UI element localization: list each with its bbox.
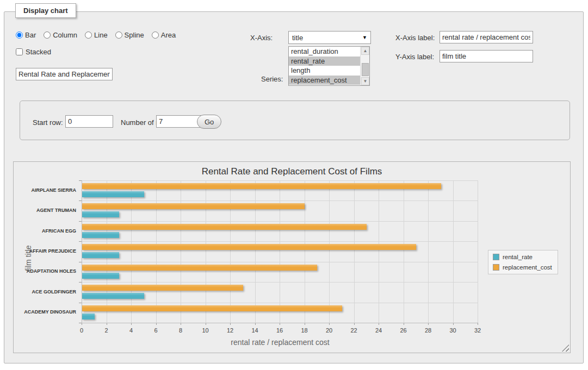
bar-rental_rate bbox=[82, 273, 119, 279]
chart-x-axis-title: rental rate / replacement cost bbox=[155, 338, 405, 347]
stacked-checkbox[interactable] bbox=[16, 48, 23, 55]
bar-rental_rate bbox=[82, 252, 119, 258]
gridline bbox=[230, 180, 231, 323]
x-tick-label: 14 bbox=[246, 327, 264, 334]
legend-item-rental_rate[interactable]: rental_rate bbox=[493, 254, 552, 260]
x-axis-select-label: X-Axis: bbox=[250, 34, 273, 42]
gridline bbox=[280, 180, 280, 323]
series-option-rental_duration[interactable]: rental_duration bbox=[289, 47, 361, 57]
y-axis-label-input[interactable] bbox=[440, 50, 533, 62]
chart-type-radio-area[interactable] bbox=[152, 32, 159, 39]
gridline bbox=[82, 241, 478, 242]
x-tick-label: 32 bbox=[468, 327, 487, 334]
x-tick-label: 20 bbox=[320, 327, 338, 334]
x-tick-label: 16 bbox=[270, 327, 289, 334]
chart-type-radio-bar[interactable] bbox=[16, 32, 23, 39]
x-tick-label: 18 bbox=[295, 327, 314, 334]
x-tick-label: 28 bbox=[419, 327, 437, 334]
legend-item-replacement_cost[interactable]: replacement_cost bbox=[493, 264, 552, 271]
x-tick-label: 4 bbox=[122, 327, 140, 334]
gridline bbox=[131, 180, 132, 323]
gridline bbox=[107, 180, 107, 323]
series-option-length[interactable]: length bbox=[289, 66, 361, 76]
gridline bbox=[82, 303, 478, 303]
x-tick-label: 8 bbox=[171, 327, 190, 334]
x-tick-label: 12 bbox=[221, 327, 239, 334]
chart-container: Rental Rate and Replacement Cost of Film… bbox=[13, 161, 571, 353]
scroll-up-icon[interactable]: ▲ bbox=[361, 47, 369, 55]
chart-type-label-spline: Spline bbox=[125, 31, 144, 39]
x-axis-line bbox=[82, 323, 478, 323]
gridline bbox=[82, 262, 478, 262]
x-tick-label: 10 bbox=[196, 327, 215, 334]
series-option-replacement_cost[interactable]: replacement_cost bbox=[289, 76, 361, 85]
series-option-rental_rate[interactable]: rental_rate bbox=[289, 57, 361, 66]
chart-type-label-area: Area bbox=[161, 31, 176, 39]
bar-replacement_cost bbox=[82, 224, 367, 230]
go-button[interactable]: Go bbox=[197, 115, 221, 129]
gridline bbox=[181, 180, 181, 323]
start-row-label: Start row: bbox=[33, 118, 63, 127]
chart-type-radio-group: BarColumnLineSplineArea bbox=[16, 31, 181, 39]
bar-rental_rate bbox=[82, 191, 144, 197]
legend-label-rental_rate: rental_rate bbox=[503, 254, 533, 260]
bar-replacement_cost bbox=[82, 203, 305, 209]
gridline bbox=[404, 180, 404, 323]
gridline bbox=[478, 180, 478, 323]
x-axis-label-input[interactable] bbox=[440, 31, 533, 43]
bar-replacement_cost bbox=[82, 244, 416, 250]
bar-replacement_cost bbox=[82, 183, 441, 189]
stacked-row: Stacked bbox=[16, 48, 51, 56]
category-label: AFFAIR PREJUDICE bbox=[14, 248, 76, 254]
chart-legend: rental_ratereplacement_cost bbox=[488, 250, 558, 274]
resize-grip-icon[interactable] bbox=[562, 344, 569, 352]
chart-type-label-column: Column bbox=[53, 31, 77, 39]
bar-replacement_cost bbox=[82, 285, 243, 291]
chart-type-radio-line[interactable] bbox=[85, 32, 92, 39]
start-row-input[interactable] bbox=[65, 115, 113, 128]
x-tick-label: 22 bbox=[345, 327, 363, 334]
bar-rental_rate bbox=[82, 313, 95, 319]
legend-label-replacement_cost: replacement_cost bbox=[503, 264, 552, 271]
chart-title-input[interactable] bbox=[16, 68, 113, 80]
x-tick-label: 6 bbox=[147, 327, 165, 334]
category-label: AIRPLANE SIERRA bbox=[14, 187, 76, 193]
x-tick-mark bbox=[478, 323, 478, 325]
y-axis-line bbox=[82, 180, 82, 323]
category-label: ACADEMY DINOSAUR bbox=[14, 309, 76, 315]
y-axis-label-caption: Y-Axis label: bbox=[395, 53, 434, 61]
bar-rental_rate bbox=[82, 293, 144, 299]
gridline bbox=[453, 180, 454, 323]
chart-type-label-line: Line bbox=[94, 31, 108, 39]
gridline bbox=[329, 180, 330, 323]
chart-type-label-bar: Bar bbox=[25, 31, 36, 39]
legend-swatch-rental_rate bbox=[493, 254, 499, 260]
x-axis-label-caption: X-Axis label: bbox=[395, 34, 435, 42]
x-tick-label: 2 bbox=[97, 327, 116, 334]
legend-swatch-replacement_cost bbox=[493, 264, 499, 271]
gridline bbox=[255, 180, 256, 323]
gridline bbox=[379, 180, 379, 323]
bar-rental_rate bbox=[82, 232, 119, 238]
x-tick-label: 26 bbox=[394, 327, 413, 334]
x-tick-label: 0 bbox=[72, 327, 91, 334]
scroll-down-icon[interactable]: ▼ bbox=[361, 77, 369, 85]
series-listbox[interactable]: rental_durationrental_ratelengthreplacem… bbox=[288, 46, 370, 86]
x-axis-selected-value: title bbox=[292, 34, 362, 42]
listbox-scrollbar[interactable]: ▲ ▼ bbox=[360, 47, 369, 85]
bar-rental_rate bbox=[82, 211, 119, 217]
gridline bbox=[206, 180, 206, 323]
x-tick-label: 30 bbox=[444, 327, 462, 334]
x-axis-select[interactable]: title ▼ bbox=[288, 31, 371, 44]
scrollbar-thumb[interactable] bbox=[362, 63, 369, 76]
chart-type-radio-column[interactable] bbox=[44, 32, 51, 39]
x-tick-label: 24 bbox=[369, 327, 388, 334]
gridline bbox=[156, 180, 157, 323]
gridline bbox=[82, 200, 478, 201]
category-label: AGENT TRUMAN bbox=[14, 208, 76, 213]
bar-replacement_cost bbox=[82, 265, 317, 271]
gridline bbox=[305, 180, 305, 323]
chart-type-radio-spline[interactable] bbox=[115, 32, 122, 39]
series-list-label: Series: bbox=[261, 75, 283, 83]
category-label: AFRICAN EGG bbox=[14, 228, 76, 234]
